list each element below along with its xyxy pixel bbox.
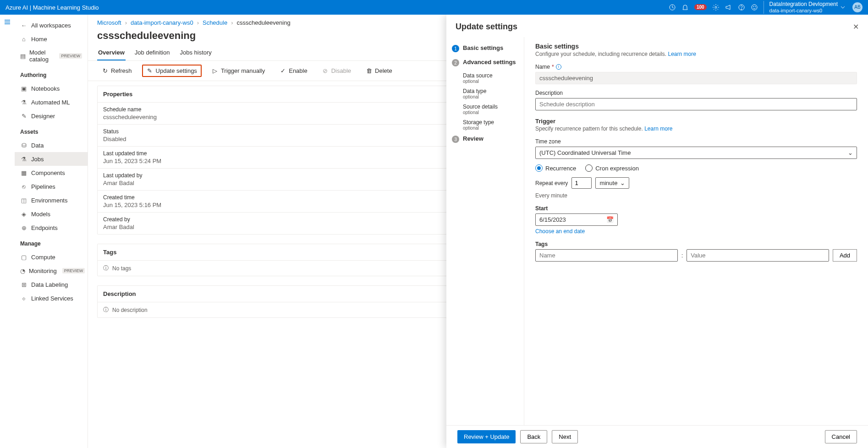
compute-icon: ▢ bbox=[20, 253, 27, 261]
form-heading-basic: Basic settings bbox=[535, 43, 857, 50]
automl-icon: ⚗ bbox=[20, 98, 27, 106]
link-icon: ⟐ bbox=[20, 295, 27, 302]
nav-monitoring[interactable]: ◔MonitoringPREVIEW bbox=[15, 264, 88, 278]
notification-badge[interactable]: 100 bbox=[694, 4, 707, 10]
tag-name-input[interactable] bbox=[535, 249, 678, 262]
breadcrumb-item[interactable]: Schedule bbox=[203, 19, 227, 26]
tag-value-input[interactable] bbox=[687, 249, 829, 262]
delete-button[interactable]: 🗑Delete bbox=[361, 65, 397, 77]
wiz-step-advanced[interactable]: 2 Advanced settings bbox=[450, 57, 520, 68]
app-title: Azure AI | Machine Learning Studio bbox=[5, 4, 99, 11]
hamburger-icon[interactable] bbox=[4, 18, 11, 26]
breadcrumb-item[interactable]: Microsoft bbox=[97, 19, 121, 26]
review-update-button[interactable]: Review + Update bbox=[457, 430, 516, 443]
home-icon: ⌂ bbox=[20, 35, 27, 43]
refresh-button[interactable]: ↻Refresh bbox=[97, 65, 137, 77]
nav-header-manage: Manage bbox=[15, 237, 88, 250]
info-icon[interactable]: i bbox=[556, 64, 561, 70]
nav-linked-services[interactable]: ⟐Linked Services bbox=[15, 291, 88, 305]
arrow-left-icon: ← bbox=[20, 22, 27, 29]
nav-home[interactable]: ⌂ Home bbox=[15, 32, 88, 46]
nav-pipelines[interactable]: ⎋Pipelines bbox=[15, 180, 88, 193]
description-label: Description bbox=[535, 90, 857, 96]
next-button[interactable]: Next bbox=[552, 430, 578, 443]
smile-icon[interactable] bbox=[751, 4, 758, 11]
bell-icon[interactable] bbox=[681, 4, 689, 11]
wiz-sub-source-details[interactable]: Source details bbox=[450, 102, 520, 110]
nav-endpoints[interactable]: ⊕Endpoints bbox=[15, 221, 88, 235]
models-icon: ◈ bbox=[20, 210, 27, 218]
nav-automated-ml[interactable]: ⚗Automated ML bbox=[15, 95, 88, 109]
nav-data[interactable]: ⛁Data bbox=[15, 138, 88, 152]
nav-notebooks[interactable]: ▣Notebooks bbox=[15, 82, 88, 95]
timezone-label: Time zone bbox=[535, 138, 857, 145]
components-icon: ▦ bbox=[20, 169, 27, 176]
repeat-count-input[interactable] bbox=[571, 177, 592, 189]
megaphone-icon[interactable] bbox=[725, 4, 732, 11]
label-icon: ⊞ bbox=[20, 281, 27, 288]
cancel-icon: ⊘ bbox=[322, 68, 329, 74]
data-icon: ⛁ bbox=[20, 142, 27, 149]
wizard-nav: 1 Basic settings 2 Advanced settings Dat… bbox=[446, 37, 524, 425]
nav-environments[interactable]: ◫Environments bbox=[15, 193, 88, 207]
main-area: Microsoft› data-import-canary-ws0› Sched… bbox=[88, 15, 868, 448]
avatar[interactable]: AB bbox=[852, 2, 863, 12]
nav-all-workspaces[interactable]: ← All workspaces bbox=[15, 18, 88, 32]
nav-jobs[interactable]: ⚗Jobs bbox=[15, 152, 88, 166]
learn-more-link[interactable]: Learn more bbox=[644, 126, 672, 132]
chevron-down-icon: ⌄ bbox=[848, 149, 853, 156]
cancel-button[interactable]: Cancel bbox=[825, 430, 857, 443]
nav-models[interactable]: ◈Models bbox=[15, 207, 88, 221]
radio-recurrence[interactable]: Recurrence bbox=[535, 164, 576, 172]
breadcrumb-item[interactable]: data-import-canary-ws0 bbox=[131, 19, 193, 26]
radio-cron[interactable]: Cron expression bbox=[585, 164, 639, 172]
monitor-icon: ◔ bbox=[20, 267, 25, 274]
tab-jobs-history[interactable]: Jobs history bbox=[179, 45, 212, 60]
chevron-down-icon: ⌄ bbox=[620, 180, 625, 186]
trigger-button[interactable]: ▷Trigger manually bbox=[207, 65, 269, 77]
radio-circle bbox=[535, 164, 543, 172]
close-icon[interactable]: ✕ bbox=[853, 22, 859, 31]
learn-more-link[interactable]: Learn more bbox=[668, 51, 696, 57]
env-icon: ◫ bbox=[20, 197, 27, 204]
update-settings-panel: Update settings ✕ 1 Basic settings 2 Adv… bbox=[446, 15, 868, 448]
wiz-step-basic[interactable]: 1 Basic settings bbox=[450, 43, 520, 54]
help-icon[interactable] bbox=[738, 4, 745, 11]
nav-components[interactable]: ▦Components bbox=[15, 166, 88, 180]
wiz-step-review[interactable]: 3 Review bbox=[450, 133, 520, 145]
panel-form: Basic settings Configure your schedule, … bbox=[524, 37, 868, 425]
wiz-sub-storage-type[interactable]: Storage type bbox=[450, 118, 520, 126]
clock-icon[interactable] bbox=[669, 4, 676, 11]
preview-badge: PREVIEW bbox=[62, 268, 85, 273]
start-label: Start bbox=[535, 205, 857, 212]
description-field[interactable] bbox=[535, 98, 857, 110]
wiz-sub-data-source[interactable]: Data source bbox=[450, 71, 520, 79]
wiz-sub-data-type[interactable]: Data type bbox=[450, 87, 520, 94]
start-date-input[interactable]: 6/15/2023 📅 bbox=[535, 213, 618, 226]
repeat-unit-select[interactable]: minute⌄ bbox=[595, 177, 629, 189]
gear-icon[interactable] bbox=[712, 4, 720, 11]
nav-header-assets: Assets bbox=[15, 126, 88, 138]
chevron-down-icon bbox=[841, 5, 845, 10]
name-field[interactable] bbox=[535, 72, 857, 84]
nav-data-labeling[interactable]: ⊞Data Labeling bbox=[15, 278, 88, 291]
update-settings-button[interactable]: ✎Update settings bbox=[147, 67, 197, 75]
add-tag-button[interactable]: Add bbox=[833, 249, 857, 262]
panel-footer: Review + Update Back Next Cancel bbox=[446, 425, 868, 448]
enable-button[interactable]: ✓Enable bbox=[275, 65, 312, 77]
choose-end-date-link[interactable]: Choose an end date bbox=[535, 228, 585, 235]
nav-compute[interactable]: ▢Compute bbox=[15, 250, 88, 264]
refresh-icon: ↻ bbox=[102, 68, 108, 74]
edit-icon: ✎ bbox=[147, 68, 153, 74]
timezone-select[interactable]: (UTC) Coordinated Universal Time ⌄ bbox=[535, 147, 857, 159]
tenant-switcher[interactable]: DataIntegration Devlopment data-import-c… bbox=[764, 1, 845, 14]
nav-designer[interactable]: ✎Designer bbox=[15, 109, 88, 123]
svg-point-4 bbox=[752, 5, 757, 10]
tab-overview[interactable]: Overview bbox=[97, 45, 126, 60]
tenant-name: DataIntegration Devlopment bbox=[769, 1, 838, 7]
tab-job-definition[interactable]: Job definition bbox=[134, 45, 171, 60]
workspace-name: data-import-canary-ws0 bbox=[769, 8, 838, 14]
pipelines-icon: ⎋ bbox=[20, 183, 27, 190]
back-button[interactable]: Back bbox=[520, 430, 547, 443]
nav-model-catalog[interactable]: ▤ Model catalog PREVIEW bbox=[15, 46, 88, 66]
